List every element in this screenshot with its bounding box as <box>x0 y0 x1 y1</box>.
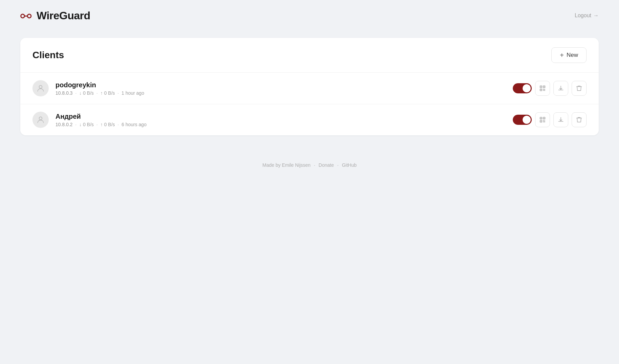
logout-button[interactable]: Logout → <box>575 13 599 19</box>
delete-button-0[interactable] <box>572 81 587 96</box>
svg-rect-9 <box>543 89 544 90</box>
client-row: Андрей 10.8.0.2 · ↓ 0 B/s · ↑ 0 B/s · 6 … <box>20 104 599 135</box>
client-name-1: Андрей <box>55 113 513 120</box>
wireguard-logo-icon: ⚯ <box>20 8 32 23</box>
client-avatar-0 <box>32 80 49 96</box>
client-toggle-1[interactable] <box>513 115 532 125</box>
client-last-seen-0: 1 hour ago <box>121 90 144 96</box>
svg-rect-11 <box>543 90 544 91</box>
svg-rect-10 <box>544 89 545 90</box>
qr-code-button-1[interactable] <box>535 112 550 127</box>
logout-label: Logout <box>575 13 591 19</box>
footer-github-link[interactable]: GitHub <box>342 162 357 168</box>
client-download-0: ↓ 0 B/s <box>79 90 94 96</box>
app-title: WireGuard <box>37 9 90 22</box>
footer-made-by: Made by Emile Nijssen <box>262 162 311 168</box>
client-info-1: Андрей 10.8.0.2 · ↓ 0 B/s · ↑ 0 B/s · 6 … <box>55 113 513 127</box>
meta-dot-2-1: · <box>95 122 99 127</box>
download-icon-1 <box>557 116 564 123</box>
qr-code-icon-0 <box>539 85 546 92</box>
svg-rect-23 <box>543 121 544 122</box>
clients-card-header: Clients + New <box>20 38 599 73</box>
client-meta-1: 10.8.0.2 · ↓ 0 B/s · ↑ 0 B/s · 6 hours a… <box>55 122 513 127</box>
qr-code-button-0[interactable] <box>535 81 550 96</box>
main-content: Clients + New podogreykin 10.8.0.3 · ↓ 0… <box>0 31 619 149</box>
user-icon-1 <box>36 115 45 124</box>
client-download-1: ↓ 0 B/s <box>79 122 94 127</box>
logout-icon: → <box>593 13 599 19</box>
svg-rect-19 <box>541 121 542 122</box>
header: ⚯ WireGuard Logout → <box>0 0 619 31</box>
client-avatar-1 <box>32 112 49 128</box>
trash-icon-1 <box>576 116 582 123</box>
svg-rect-24 <box>544 121 545 122</box>
client-info-0: podogreykin 10.8.0.3 · ↓ 0 B/s · ↑ 0 B/s… <box>55 81 513 96</box>
user-icon-0 <box>36 84 45 93</box>
meta-dot-1-1: · <box>74 122 78 127</box>
logo-area: ⚯ WireGuard <box>20 8 90 23</box>
svg-rect-21 <box>543 120 544 121</box>
plus-icon: + <box>560 52 564 59</box>
svg-rect-7 <box>541 89 542 90</box>
download-button-1[interactable] <box>553 112 568 127</box>
footer: Made by Emile Nijssen · Donate · GitHub <box>0 149 619 181</box>
footer-sep-2: · <box>337 162 339 168</box>
client-actions-0 <box>513 81 587 96</box>
clients-list: podogreykin 10.8.0.3 · ↓ 0 B/s · ↑ 0 B/s… <box>20 73 599 135</box>
client-upload-1: ↑ 0 B/s <box>100 122 115 127</box>
meta-dot-3-0: · <box>116 90 120 96</box>
clients-card: Clients + New podogreykin 10.8.0.3 · ↓ 0… <box>20 38 599 135</box>
clients-title: Clients <box>32 50 64 61</box>
client-row: podogreykin 10.8.0.3 · ↓ 0 B/s · ↑ 0 B/s… <box>20 73 599 104</box>
svg-point-1 <box>39 85 42 88</box>
svg-text:⚯: ⚯ <box>20 9 32 23</box>
download-button-0[interactable] <box>553 81 568 96</box>
svg-rect-6 <box>544 86 545 87</box>
svg-rect-5 <box>541 86 542 87</box>
new-client-button[interactable]: + New <box>551 47 587 63</box>
footer-sep-1: · <box>314 162 315 168</box>
client-ip-1: 10.8.0.2 <box>55 122 73 127</box>
client-toggle-0[interactable] <box>513 83 532 93</box>
svg-point-13 <box>39 117 42 120</box>
svg-rect-12 <box>544 90 545 91</box>
qr-code-icon-1 <box>539 116 546 123</box>
client-meta-0: 10.8.0.3 · ↓ 0 B/s · ↑ 0 B/s · 1 hour ag… <box>55 90 513 96</box>
toggle-slider-1 <box>513 115 532 125</box>
client-name-0: podogreykin <box>55 81 513 89</box>
client-upload-0: ↑ 0 B/s <box>100 90 115 96</box>
client-actions-1 <box>513 112 587 127</box>
delete-button-1[interactable] <box>572 112 587 127</box>
meta-dot-3-1: · <box>116 122 120 127</box>
meta-dot-2-0: · <box>95 90 99 96</box>
trash-icon-0 <box>576 85 582 92</box>
client-last-seen-1: 6 hours ago <box>121 122 146 127</box>
svg-rect-17 <box>541 118 542 119</box>
toggle-slider-0 <box>513 83 532 93</box>
svg-rect-18 <box>544 118 545 119</box>
meta-dot-1-0: · <box>74 90 78 96</box>
client-ip-0: 10.8.0.3 <box>55 90 73 96</box>
svg-rect-22 <box>544 120 545 121</box>
new-button-label: New <box>567 52 578 59</box>
footer-donate-link[interactable]: Donate <box>319 162 334 168</box>
download-icon-0 <box>557 85 564 92</box>
